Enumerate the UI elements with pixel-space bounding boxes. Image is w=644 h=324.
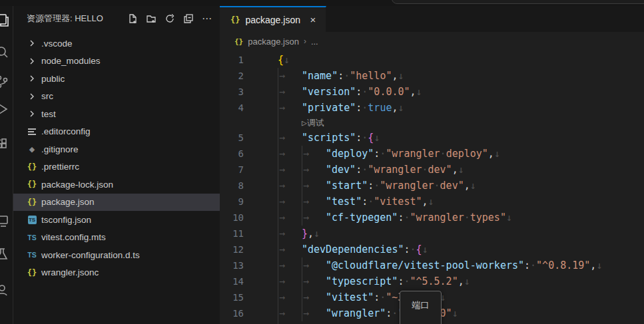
command-center[interactable] — [392, 0, 644, 4]
tab-label: package.json — [245, 15, 302, 25]
new-folder-icon[interactable] — [144, 11, 159, 26]
explorer-title: 资源管理器: HELLO — [27, 13, 125, 25]
token-str: "wrangler — [380, 178, 434, 194]
tree-item--vscode[interactable]: .vscode — [13, 35, 220, 53]
token-ws: · — [530, 257, 536, 273]
tab-whitespace: → — [302, 257, 326, 273]
tab-whitespace: → — [302, 210, 326, 226]
token-p: : — [356, 84, 362, 100]
tree-item-wrangler-jsonc[interactable]: {}wrangler.jsonc — [13, 264, 220, 282]
tree-item--editorconfig[interactable]: .editorconfig — [13, 123, 220, 141]
tree-item-public[interactable]: public — [13, 70, 220, 88]
token-ws: ↓ — [470, 178, 476, 194]
file-label: test — [41, 109, 56, 119]
run-debug-icon[interactable] — [0, 101, 10, 117]
file-label: public — [41, 74, 65, 84]
token-key: "deploy" — [326, 146, 374, 162]
token-ws: · — [404, 273, 410, 289]
token-key: "devDependencies" — [302, 242, 404, 257]
token-ws: ↓ — [494, 146, 500, 162]
token-key: "start" — [326, 178, 368, 194]
code-editor[interactable]: 1{↓2→"name":·"hello",↓3→"version":·"0.0.… — [220, 52, 644, 324]
token-str: "^5.5.2" — [410, 273, 458, 289]
tree-item-package-json[interactable]: {}package.json — [13, 194, 220, 212]
line-number: 11 — [220, 226, 278, 242]
codelens-debug[interactable]: ▷调试 — [302, 116, 324, 130]
token-key: "cf-typegen" — [326, 210, 398, 226]
token-ws: ↓ — [284, 52, 290, 68]
tab-whitespace: → — [302, 146, 326, 162]
file-label: worker-configuration.d.ts — [41, 250, 140, 260]
token-p: , — [488, 146, 494, 162]
accounts-icon[interactable] — [0, 282, 10, 298]
token-ws: · — [404, 210, 410, 226]
file-label: vitest.config.mts — [41, 232, 106, 242]
token-b2: } — [302, 321, 308, 324]
typescript-file-icon: TS — [27, 249, 37, 260]
remote-explorer-icon[interactable] — [0, 213, 10, 229]
token-p: : — [368, 178, 374, 194]
tab-whitespace: → — [302, 162, 326, 178]
token-p: : — [356, 100, 362, 116]
new-file-icon[interactable] — [125, 11, 140, 26]
tree-item--gitignore[interactable]: ◆.gitignore — [13, 140, 220, 158]
breadcrumb-file[interactable]: package.json — [248, 37, 299, 47]
tab-whitespace: → — [278, 257, 302, 273]
line-number: 12 — [220, 242, 278, 257]
refresh-explorer-icon[interactable] — [162, 11, 177, 26]
activity-bar — [0, 6, 13, 324]
line-number: 16 — [220, 305, 278, 321]
token-str: deploy" — [446, 146, 488, 162]
tab-whitespace: → — [278, 289, 302, 305]
explorer-icon[interactable] — [0, 13, 10, 29]
tree-item-node-modules[interactable]: node_modules — [13, 53, 220, 71]
chevron-right-icon: › — [304, 37, 306, 46]
line-number: 7 — [220, 162, 278, 178]
token-str: "0.0.0" — [368, 84, 410, 100]
token-str: "wrangler — [368, 162, 422, 178]
line-number: 5 — [220, 130, 278, 146]
token-p: : — [524, 257, 530, 273]
more-actions-icon[interactable]: ⋯ — [200, 11, 214, 26]
code-line: 7→→"dev":·"wrangler·dev",↓ — [220, 162, 644, 178]
tree-item-package-lock-json[interactable]: {}package-lock.json — [13, 176, 220, 194]
tree-item-tsconfig-json[interactable]: TStsconfig.json — [13, 211, 220, 229]
token-p: : — [362, 194, 368, 210]
json-file-icon: {} — [27, 179, 37, 190]
token-ws: ↓ — [506, 210, 512, 226]
token-key: "name" — [302, 68, 338, 84]
tab-whitespace: → — [302, 273, 326, 289]
tree-item-vitest-config-mts[interactable]: TSvitest.config.mts — [13, 229, 220, 247]
token-ws: ↓ — [464, 273, 470, 289]
tree-item-src[interactable]: src — [13, 88, 220, 106]
token-ws: · — [410, 242, 416, 257]
token-p: , — [590, 257, 596, 273]
tab-whitespace: → — [302, 178, 326, 194]
close-tab-icon[interactable]: × — [307, 14, 319, 26]
token-p: : — [374, 146, 380, 162]
token-key: "vitest" — [326, 289, 374, 305]
tree-item-worker-configuration-d-ts[interactable]: TSworker-configuration.d.ts — [13, 246, 220, 264]
tree-item--prettierrc[interactable]: {}.prettierrc — [13, 158, 220, 176]
tsconfig-file-icon: TS — [27, 214, 37, 225]
tab-whitespace: → — [302, 305, 326, 321]
chevron-right-icon — [27, 73, 37, 84]
ports-popup[interactable]: 端口 — [400, 291, 442, 324]
line-number: 8 — [220, 178, 278, 194]
file-label: .vscode — [41, 39, 73, 49]
extensions-icon[interactable] — [0, 136, 10, 152]
token-ws: · — [464, 210, 470, 226]
testing-icon[interactable] — [0, 246, 10, 262]
tree-item-test[interactable]: test — [13, 105, 220, 123]
tab-whitespace: → — [278, 226, 302, 242]
token-key: "version" — [302, 84, 356, 100]
tab-package-json[interactable]: {} package.json × — [220, 6, 326, 32]
source-control-icon[interactable] — [0, 74, 10, 90]
token-ws: ↓ — [452, 305, 458, 321]
breadcrumb-more[interactable]: ... — [311, 37, 318, 47]
token-key: "private" — [302, 100, 356, 116]
search-icon[interactable] — [0, 45, 10, 61]
code-line: 11→},↓ — [220, 226, 644, 242]
collapse-folders-icon[interactable] — [181, 11, 196, 26]
token-ws: · — [392, 305, 398, 321]
